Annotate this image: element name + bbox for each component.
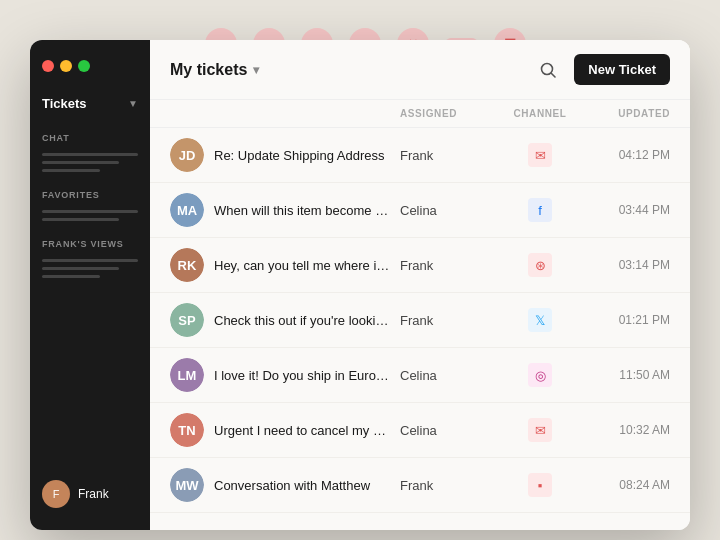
channel-badge-messenger: ⊛ — [528, 253, 552, 277]
sidebar-tickets-item[interactable]: Tickets ▼ — [30, 88, 150, 119]
ticket-channel: ◎ — [500, 363, 580, 387]
ticket-channel: f — [500, 198, 580, 222]
table-row[interactable]: RK Hey, can you tell me where is my orde… — [150, 238, 690, 293]
sidebar-favorites-label: FAVORITES — [30, 176, 150, 206]
search-icon — [539, 61, 557, 79]
ticket-subject: Hey, can you tell me where is my order? — [214, 258, 400, 273]
sidebar-line[interactable] — [42, 153, 138, 156]
col-channel-header: CHANNEL — [500, 108, 580, 119]
ticket-subject: I love it! Do you ship in Europe? — [214, 368, 400, 383]
ticket-assigned: Frank — [400, 148, 500, 163]
ticket-assigned: Frank — [400, 478, 500, 493]
sidebar-chat-label: CHAT — [30, 119, 150, 149]
ticket-assigned: Celina — [400, 368, 500, 383]
view-label: My tickets — [170, 61, 247, 79]
main-content: My tickets ▾ New Ticket — [150, 40, 690, 530]
svg-line-1 — [552, 73, 556, 77]
channel-badge-twitter: 𝕏 — [528, 308, 552, 332]
ticket-assigned: Celina — [400, 203, 500, 218]
ticket-avatar: SP — [170, 303, 204, 337]
col-updated-header: UPDATED — [580, 108, 670, 119]
sidebar-user-name: Frank — [78, 487, 109, 501]
ticket-subject: Conversation with Matthew — [214, 478, 400, 493]
ticket-avatar: MW — [170, 468, 204, 502]
ticket-subject: Check this out if you're looking for... — [214, 313, 400, 328]
ticket-updated: 04:12 PM — [580, 148, 670, 162]
channel-badge-email: ✉ — [528, 143, 552, 167]
view-selector[interactable]: My tickets ▾ — [170, 61, 259, 79]
ticket-channel: ▪ — [500, 473, 580, 497]
chevron-down-icon: ▾ — [253, 63, 259, 77]
ticket-avatar: RK — [170, 248, 204, 282]
ticket-assigned: Frank — [400, 313, 500, 328]
app-window: Tickets ▼ CHAT FAVORITES FRANK'S VIEWS — [30, 40, 690, 530]
minimize-window-dot[interactable] — [60, 60, 72, 72]
close-window-dot[interactable] — [42, 60, 54, 72]
channel-badge-facebook: f — [528, 198, 552, 222]
sidebar-line[interactable] — [42, 210, 138, 213]
ticket-channel: 𝕏 — [500, 308, 580, 332]
sidebar-favorites-items — [30, 206, 150, 225]
main-header: My tickets ▾ New Ticket — [150, 40, 690, 100]
ticket-updated: 01:21 PM — [580, 313, 670, 327]
channel-badge-instagram: ◎ — [528, 363, 552, 387]
ticket-avatar: TN — [170, 413, 204, 447]
col-avatar-header — [170, 108, 214, 119]
table-row[interactable]: MA When will this item become avail... C… — [150, 183, 690, 238]
ticket-subject: When will this item become avail... — [214, 203, 400, 218]
ticket-subject: Re: Update Shipping Address — [214, 148, 400, 163]
svg-point-0 — [542, 63, 553, 74]
ticket-assigned: Celina — [400, 423, 500, 438]
sidebar-tickets-label: Tickets — [42, 96, 87, 111]
sidebar-tickets-arrow: ▼ — [128, 98, 138, 109]
maximize-window-dot[interactable] — [78, 60, 90, 72]
ticket-list: JD Re: Update Shipping Address Frank ✉ 0… — [150, 128, 690, 530]
search-button[interactable] — [534, 56, 562, 84]
ticket-channel: ✉ — [500, 418, 580, 442]
table-row[interactable]: JD Re: Update Shipping Address Frank ✉ 0… — [150, 128, 690, 183]
window-controls — [30, 52, 150, 88]
ticket-updated: 11:50 AM — [580, 368, 670, 382]
ticket-assigned: Frank — [400, 258, 500, 273]
channel-badge-helpdesk: ▪ — [528, 473, 552, 497]
ticket-avatar: LM — [170, 358, 204, 392]
sidebar-line[interactable] — [42, 259, 138, 262]
ticket-updated: 08:24 AM — [580, 478, 670, 492]
ticket-channel: ⊛ — [500, 253, 580, 277]
ticket-updated: 10:32 AM — [580, 423, 670, 437]
table-row[interactable]: SP Check this out if you're looking for.… — [150, 293, 690, 348]
user-avatar: F — [42, 480, 70, 508]
ticket-subject: Urgent I need to cancel my order — [214, 423, 400, 438]
sidebar-line[interactable] — [42, 275, 100, 278]
channel-badge-email: ✉ — [528, 418, 552, 442]
sidebar: Tickets ▼ CHAT FAVORITES FRANK'S VIEWS — [30, 40, 150, 530]
header-actions: New Ticket — [534, 54, 670, 85]
table-row[interactable]: TN Urgent I need to cancel my order Celi… — [150, 403, 690, 458]
sidebar-line[interactable] — [42, 218, 119, 221]
col-subject-header — [214, 108, 400, 119]
ticket-avatar: MA — [170, 193, 204, 227]
sidebar-frank-views-label: FRANK'S VIEWS — [30, 225, 150, 255]
ticket-avatar: JD — [170, 138, 204, 172]
new-ticket-button[interactable]: New Ticket — [574, 54, 670, 85]
ticket-channel: ✉ — [500, 143, 580, 167]
sidebar-frank-views-items — [30, 255, 150, 282]
ticket-updated: 03:44 PM — [580, 203, 670, 217]
sidebar-line[interactable] — [42, 169, 100, 172]
ticket-updated: 03:14 PM — [580, 258, 670, 272]
sidebar-user-footer[interactable]: F Frank — [30, 470, 150, 518]
sidebar-line[interactable] — [42, 161, 119, 164]
table-header: ASSIGNED CHANNEL UPDATED — [150, 100, 690, 128]
sidebar-line[interactable] — [42, 267, 119, 270]
table-row[interactable]: MW Conversation with Matthew Frank ▪ 08:… — [150, 458, 690, 513]
sidebar-chat-items — [30, 149, 150, 176]
table-row[interactable]: LM I love it! Do you ship in Europe? Cel… — [150, 348, 690, 403]
col-assigned-header: ASSIGNED — [400, 108, 500, 119]
